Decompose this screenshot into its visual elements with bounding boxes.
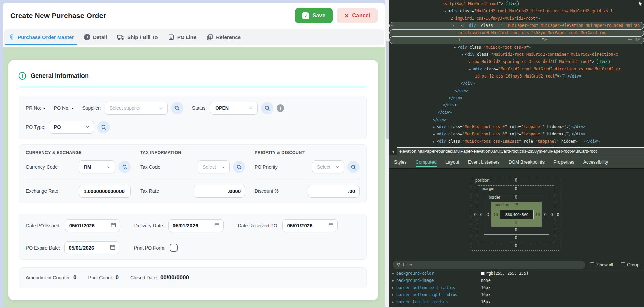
tree-line[interactable]: ⋯▼<div class="MuiPaper-root MuiPaper-ele… [389, 22, 644, 29]
breadcrumb[interactable]: elevation.MuiPaper-rounded.MuiPaper-elev… [397, 147, 644, 155]
tab-styles[interactable]: Styles [394, 155, 407, 168]
calendar-icon[interactable] [110, 222, 116, 229]
status-search-button[interactable] [261, 102, 273, 114]
margin-label: margin [482, 186, 494, 191]
currency-code-select[interactable]: RM [79, 160, 115, 173]
computed-properties-list[interactable]: ▶background-colorrgb(255, 255, 255)▶back… [389, 270, 644, 307]
tax-code-search-button[interactable] [233, 161, 245, 173]
tab-po-line[interactable]: PO Line [168, 29, 197, 45]
delivery-date-input[interactable]: 05/01/2026 [168, 219, 224, 232]
elements-tree[interactable]: ss-1pi8xg4-MuiGrid2-root">flex▼<div clas… [389, 0, 644, 147]
tree-line[interactable]: ▼<div class="MuiGrid2-root MuiGrid2-cont… [389, 51, 644, 58]
more-actions-icon[interactable]: ⋯ [391, 22, 394, 29]
tree-line[interactable]: s-row MuiGrid2-spacing-xs-3 css-dkd71f-M… [389, 58, 644, 65]
calendar-icon[interactable] [110, 244, 116, 252]
padding-bottom-value: 0 [513, 220, 519, 225]
cancel-button[interactable]: ✕ Cancel [337, 8, 378, 23]
supplier-select[interactable]: Select supplier [105, 102, 168, 115]
tree-line[interactable]: ▶<div class="MuiBox-root css-0" role="ta… [389, 123, 644, 131]
tab-accessibility[interactable]: Accessibility [583, 155, 608, 168]
tree-line[interactable]: </div> [389, 102, 644, 109]
tree-line[interactable]: </div> [389, 109, 644, 116]
checkbox-icon[interactable] [590, 262, 594, 267]
breadcrumb-back-icon[interactable]: ◀ [389, 147, 397, 155]
tree-line[interactable]: </div> [389, 80, 644, 87]
expand-ellipsis-icon[interactable]: … [565, 125, 570, 129]
print-po-form-checkbox[interactable] [170, 244, 178, 252]
expand-arrow-icon[interactable]: ▶ [392, 286, 396, 289]
calendar-icon[interactable] [328, 222, 334, 229]
expand-arrow-icon[interactable]: ▶ [392, 279, 396, 282]
purchase-order-app: Create New Purchase Order ✓ Save ✕ Cance… [0, 0, 389, 307]
tree-line[interactable]: ss-1pi8xg4-MuiGrid2-root">flex [389, 0, 644, 7]
border-top-value: 0 [513, 195, 519, 200]
tab-event-listeners[interactable]: Event Listeners [468, 155, 500, 168]
priority-heading: PRIORITY & DISCOUNT [255, 150, 360, 155]
exchange-rate-input[interactable]: 1.0000000000000 [79, 185, 131, 198]
tree-line[interactable]: ▶<div class="MuiBox-root css-1sm2s1z" ro… [389, 138, 644, 145]
computed-property-row[interactable]: ▶border-bottom-right-radius16px [389, 291, 644, 298]
tax-code-select[interactable]: Select [198, 160, 230, 173]
flex-badge[interactable]: flex [597, 59, 610, 64]
expand-arrow-icon[interactable]: ▶ [392, 300, 396, 304]
po-type-select[interactable]: PO [49, 121, 94, 134]
show-all-checkbox[interactable]: Show all [590, 262, 613, 267]
date-received-po-input[interactable]: 05/01/2026 [282, 219, 338, 232]
tree-line[interactable]: ▶<div class="MuiGrid2-root MuiGrid2-dire… [389, 66, 644, 73]
counters-panel: Amendment Counter:0 Print Count:0 Closed… [19, 267, 367, 288]
po-type-label: PO Type: [26, 124, 45, 130]
tab-detail[interactable]: i Detail [84, 29, 107, 45]
computed-property-row[interactable]: ▶background-colorrgb(255, 255, 255) [389, 270, 644, 277]
computed-property-row[interactable]: ▶border-top-left-radius16px [389, 298, 644, 305]
po-priority-search-button[interactable] [347, 161, 360, 173]
tree-line[interactable]: er-elevation0 MuiCard-root css-2s58ym-Mu… [389, 29, 644, 36]
scrollbar-thumb[interactable] [386, 41, 389, 139]
discount-input[interactable]: .00 [308, 185, 360, 198]
supplier-search-button[interactable] [171, 102, 183, 114]
calendar-icon[interactable] [214, 222, 220, 229]
screen: Create New Purchase Order ✓ Save ✕ Cance… [0, 0, 644, 307]
show-all-label: Show all [596, 262, 613, 267]
devtools-tabs: Styles Computed Layout Event Listeners D… [389, 155, 644, 169]
tab-computed[interactable]: Computed [416, 155, 437, 168]
expand-ellipsis-icon[interactable]: … [579, 140, 585, 143]
tree-line[interactable]: </div> [389, 116, 644, 123]
checkbox-icon[interactable] [621, 262, 625, 267]
tab-ship-bill-to[interactable]: Ship / Bill To [117, 29, 158, 45]
tab-reference[interactable]: Reference [206, 29, 241, 45]
tab-properties[interactable]: Properties [553, 155, 574, 168]
tree-line[interactable]: id-xs-12 css-16fnxy3-MuiGrid2-root">…</d… [389, 73, 644, 80]
tree-line[interactable]: 2 imgGird1 css-16fnxy3-MuiGrid2-root"> [389, 15, 644, 22]
computed-property-row[interactable]: ▶border-bottom-left-radius16px [389, 284, 644, 291]
expand-arrow-icon[interactable]: ▶ [392, 293, 396, 296]
tree-line[interactable]: </div> [389, 95, 644, 102]
expand-ellipsis-icon[interactable]: … [560, 74, 566, 78]
save-button[interactable]: ✓ Save [295, 8, 333, 23]
expand-ellipsis-icon[interactable]: … [565, 132, 570, 136]
tree-line[interactable]: ▼<div class="MuiBox-root css-0"> [389, 44, 644, 51]
app-scrollbar[interactable] [385, 0, 389, 307]
tree-line[interactable]: ▼<div class="MuiGrid2-root MuiGrid2-dire… [389, 7, 644, 15]
po-type-search-button[interactable] [97, 121, 110, 133]
tab-purchase-order-master[interactable]: Purchase Order Master [8, 29, 74, 45]
currency-search-button[interactable] [118, 161, 131, 173]
supplier-field-group: Supplier: Select supplier [82, 102, 183, 115]
tree-line[interactable]: ▶<div class="MuiBox-root css-0" role="ta… [389, 131, 644, 138]
date-po-issued-input[interactable]: 05/01/2026 [65, 219, 120, 232]
box-model-content[interactable]: 866.400×560 [500, 210, 534, 219]
filter-input[interactable]: Filter [393, 261, 585, 269]
property-name: border-bottom-right-radius [396, 292, 457, 297]
tab-dom-breakpoints[interactable]: DOM Breakpoints [509, 155, 545, 168]
tree-line[interactable]: t"> == $0 [389, 36, 644, 44]
expand-arrow-icon[interactable]: ▶ [392, 272, 396, 275]
tree-line[interactable]: </div> [389, 87, 644, 95]
flex-badge[interactable]: flex [506, 1, 519, 6]
po-priority-select[interactable]: Select [312, 160, 344, 173]
group-checkbox[interactable]: Group [621, 262, 639, 267]
tab-layout[interactable]: Layout [445, 155, 459, 168]
computed-property-row[interactable]: ▶background-imagenone [389, 277, 644, 284]
po-expire-date-input[interactable]: 05/01/2026 [64, 241, 119, 254]
tax-rate-input[interactable]: .0000 [194, 185, 245, 198]
status-select[interactable]: OPEN [210, 102, 258, 115]
property-name: border-bottom-left-radius [396, 285, 455, 290]
